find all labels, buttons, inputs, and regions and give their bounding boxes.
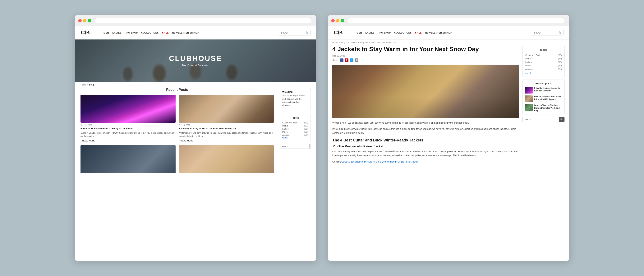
article-title: 4 Jackets to Stay Warm in for Your Next … bbox=[332, 46, 519, 53]
twitter-share-icon[interactable]: t bbox=[350, 58, 354, 62]
topic-item-0[interactable]: Cutter and Buck (63) bbox=[282, 121, 308, 124]
post-excerpt-1: Living in Seattle, winter time is filled… bbox=[80, 131, 176, 138]
article-body-3: Our eco-friendly jacket is expertly engi… bbox=[332, 150, 519, 158]
email-share-icon[interactable]: ✉ bbox=[355, 58, 358, 62]
address-bar-right[interactable] bbox=[348, 18, 564, 24]
post-title-1: 5 Seattle Holiday Events to Enjoy in Dec… bbox=[80, 127, 176, 130]
close-button-right[interactable] bbox=[331, 19, 335, 22]
right-search-button[interactable]: 🔍 bbox=[559, 117, 564, 122]
post-date-2: Dec 13, 2022 bbox=[179, 124, 274, 126]
facebook-share-icon[interactable]: f bbox=[340, 58, 344, 62]
read-more-1[interactable]: + READ MORE bbox=[80, 140, 95, 142]
topic-row-2[interactable]: Ladies' (35) bbox=[525, 60, 562, 64]
nav-proshop-left[interactable]: PRO SHOP bbox=[125, 32, 138, 34]
search-button-right[interactable]: 🔍 bbox=[557, 31, 563, 35]
browser-chrome-right bbox=[328, 15, 569, 26]
breadcrumb-home-left[interactable]: Home bbox=[80, 84, 86, 86]
related-post-0[interactable]: 5 Seattle Holiday Events to Enjoy in Dec… bbox=[525, 87, 562, 94]
breadcrumb-right: Home › Blog › 4 Jackets to Stay Warm in … bbox=[328, 40, 569, 46]
topic-row-3[interactable]: Polos (32) bbox=[525, 64, 562, 67]
related-post-1[interactable]: How to Show Off Your Team Pride with NFL… bbox=[525, 96, 562, 102]
nav-proshop-right[interactable]: PRO SHOP bbox=[378, 32, 390, 34]
minimize-button-right[interactable] bbox=[336, 19, 340, 22]
maximize-button-right[interactable] bbox=[341, 19, 344, 22]
topic-link-3[interactable]: Polos bbox=[282, 131, 288, 133]
read-more-2[interactable]: + READ MORE bbox=[179, 140, 194, 142]
post-image-3 bbox=[80, 145, 176, 173]
right-search-widget: 🔍 bbox=[522, 117, 565, 122]
topic-item-2[interactable]: Ladies' (35) bbox=[282, 127, 308, 130]
topic-row-4[interactable]: Jackets (29) bbox=[525, 68, 562, 70]
search-button-left[interactable]: 🔍 bbox=[304, 31, 310, 35]
article-main: 4 Jackets to Stay Warm in for Your Next … bbox=[332, 46, 522, 166]
related-post-title-2: Ways to Wear a Gingham Button Down for W… bbox=[534, 104, 562, 112]
article-date: Dec 13, 2022 bbox=[332, 55, 519, 57]
related-post-2[interactable]: Ways to Wear a Gingham Button Down for W… bbox=[525, 104, 562, 112]
breadcrumb-left: Home › Blog bbox=[75, 82, 316, 88]
logo-right[interactable]: C/K bbox=[334, 29, 351, 36]
topic-cnt-0: (63) bbox=[555, 54, 562, 57]
topic-item-4[interactable]: Jackets (29) bbox=[282, 134, 308, 136]
nav-ladies-left[interactable]: LADIES bbox=[112, 32, 121, 34]
nav-ladies-right[interactable]: LADIES bbox=[365, 32, 374, 34]
post-title-2: 4 Jackets to Stay Warm in for Your Next … bbox=[179, 127, 274, 130]
sidebar-search-button-left[interactable]: 🔍 bbox=[310, 144, 310, 148]
topic-row-0[interactable]: Cutter and Buck (63) bbox=[525, 54, 562, 57]
close-button-left[interactable] bbox=[78, 19, 82, 22]
nav-collections-right[interactable]: COLLECTIONS bbox=[394, 32, 412, 34]
main-nav-right: MEN LADIES PRO SHOP COLLECTIONS SALE NEW… bbox=[356, 32, 528, 34]
article-product-link[interactable]: Cutter & Buck Rainier Primaloft® Mens Ec… bbox=[341, 160, 418, 163]
topic-name-4: Jackets bbox=[525, 68, 554, 70]
post-card-4[interactable] bbox=[179, 145, 274, 174]
topic-row-1[interactable]: Men's (37) bbox=[525, 57, 562, 60]
welcome-title: Welcome! bbox=[282, 91, 308, 93]
breadcrumb-blog-right[interactable]: Blog bbox=[341, 42, 345, 44]
search-input-right[interactable] bbox=[532, 31, 557, 35]
related-post-thumb-0 bbox=[525, 87, 533, 94]
breadcrumb-home-right[interactable]: Home bbox=[332, 42, 338, 44]
logo-icon-right: C/K bbox=[334, 29, 343, 36]
sidebar-search-input-left[interactable] bbox=[280, 144, 310, 148]
topics-widget-right: Topics Cutter and Buck (63) Men's (37) L… bbox=[522, 46, 565, 77]
topic-count-4: (29) bbox=[304, 134, 308, 136]
right-search-input[interactable] bbox=[523, 117, 559, 122]
topics-title-right: Topics bbox=[525, 48, 562, 51]
topics-see-all-right[interactable]: see all bbox=[525, 72, 562, 74]
topic-item-1[interactable]: Men's (37) bbox=[282, 124, 308, 127]
browser-chrome-left bbox=[75, 15, 316, 26]
topic-link-1[interactable]: Men's bbox=[282, 124, 288, 127]
nav-newsletter-right[interactable]: NEWSLETTER SIGNUP bbox=[425, 32, 452, 34]
minimize-button-left[interactable] bbox=[83, 19, 86, 22]
posts-grid: Dec 15, 2022 5 Seattle Holiday Events to… bbox=[80, 95, 274, 174]
svg-text:C/K: C/K bbox=[334, 30, 343, 36]
post-image-4 bbox=[179, 145, 274, 173]
article-layout: 4 Jackets to Stay Warm in for Your Next … bbox=[328, 46, 569, 166]
search-input-left[interactable] bbox=[279, 31, 304, 35]
nav-sale-left[interactable]: SALE bbox=[162, 32, 169, 34]
pinterest-share-icon[interactable]: P bbox=[345, 58, 348, 62]
post-card-1[interactable]: Dec 15, 2022 5 Seattle Holiday Events to… bbox=[80, 95, 176, 142]
nav-sale-right[interactable]: SALE bbox=[415, 32, 422, 34]
hero-overlay: CLUBHOUSE The Cutter & Buck blog bbox=[75, 40, 316, 82]
topic-link-2[interactable]: Ladies' bbox=[282, 128, 289, 130]
topic-link-0[interactable]: Cutter and Buck bbox=[282, 122, 298, 124]
nav-men-right[interactable]: MEN bbox=[356, 32, 362, 34]
search-bar-right: 🔍 bbox=[532, 30, 564, 36]
nav-collections-left[interactable]: COLLECTIONS bbox=[141, 32, 159, 34]
left-browser-window: C/K MEN LADIES PRO SHOP COLLECTIONS SALE… bbox=[75, 15, 316, 261]
post-card-3[interactable] bbox=[80, 145, 176, 174]
address-bar-left[interactable] bbox=[95, 18, 311, 24]
maximize-button-left[interactable] bbox=[88, 19, 91, 22]
nav-men-left[interactable]: MEN bbox=[104, 32, 109, 34]
nav-newsletter-left[interactable]: NEWSLETTER SIGNUP bbox=[172, 32, 199, 34]
topic-item-3[interactable]: Polos (32) bbox=[282, 130, 308, 134]
hero-section-left: CLUBHOUSE The Cutter & Buck blog bbox=[75, 40, 316, 82]
topic-link-4[interactable]: Jackets bbox=[282, 134, 290, 136]
topic-count-0: (63) bbox=[304, 122, 308, 124]
topics-see-all-left[interactable]: see all bbox=[282, 136, 308, 139]
post-card-2[interactable]: Dec 13, 2022 4 Jackets to Stay Warm in f… bbox=[179, 95, 274, 142]
post-image-1 bbox=[80, 95, 176, 123]
logo-left[interactable]: C/K bbox=[80, 29, 98, 36]
welcome-widget: Welcome! Join us for a light look at gol… bbox=[280, 88, 310, 111]
topic-name-1: Men's bbox=[525, 57, 554, 60]
